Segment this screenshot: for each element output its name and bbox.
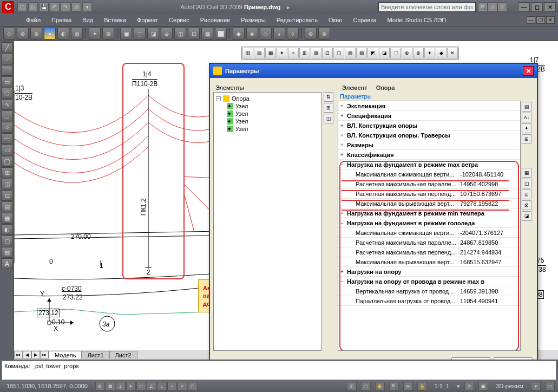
ft-16[interactable]: ⊗: [413, 48, 424, 58]
tool-7[interactable]: ✦: [89, 28, 101, 40]
block-tool[interactable]: ⊞: [1, 167, 13, 178]
tree-node-3[interactable]: ✦Узел: [227, 117, 319, 125]
ft-12[interactable]: ◩: [367, 48, 378, 58]
menu-file[interactable]: Файл: [22, 16, 45, 24]
undo-icon[interactable]: ↶: [50, 2, 60, 12]
dialog-close-button[interactable]: ✕: [523, 66, 534, 76]
prop-row[interactable]: Максимальная сжимающая верти...-102048.4…: [338, 169, 520, 179]
cancel-button[interactable]: Отмена: [494, 357, 533, 360]
mode[interactable]: 3D-режим: [493, 383, 527, 389]
doc-close[interactable]: ✕: [546, 16, 555, 24]
text-tool[interactable]: A: [1, 258, 13, 269]
tool-20[interactable]: ⬧: [273, 28, 285, 40]
pt-8[interactable]: ⊠: [522, 200, 531, 210]
command-line[interactable]: Команда: _pvl_tower_props: [2, 361, 556, 380]
block2-tool[interactable]: ◫: [1, 179, 13, 190]
tool-23[interactable]: ⊗: [318, 28, 330, 40]
tool-2[interactable]: ⊘: [17, 28, 29, 40]
ft-18[interactable]: ◆: [436, 48, 447, 58]
ortho-btn[interactable]: ⊥: [116, 382, 126, 390]
hatch2-tool[interactable]: ▦: [1, 213, 13, 224]
polar-btn[interactable]: ✦: [126, 382, 136, 390]
prop-group[interactable]: +Спецификация: [338, 111, 520, 121]
expand-icon[interactable]: +: [338, 113, 346, 119]
st-end1[interactable]: ▾: [531, 382, 541, 390]
circle-tool[interactable]: ○: [1, 122, 13, 133]
tool-3[interactable]: ⊗: [30, 28, 42, 40]
prop-value[interactable]: 168515.632947: [458, 258, 520, 266]
prop-value[interactable]: 107150.873697: [458, 190, 520, 198]
prop-group[interactable]: +Размеры: [338, 140, 520, 150]
osnap-btn[interactable]: ◻: [136, 382, 146, 390]
prop-row[interactable]: Максимальная вырывающая верт...79278.195…: [338, 199, 520, 208]
drawing-canvas[interactable]: 1|4 П110-2В 1|3 10-2B ПК1.2 270.00 2 1 0…: [14, 41, 558, 360]
menu-window[interactable]: Окно: [324, 16, 347, 24]
menu-help[interactable]: Справка: [349, 16, 380, 24]
tab-last[interactable]: ⏭: [40, 351, 49, 358]
ft-9[interactable]: ◫: [333, 48, 344, 58]
ft-13[interactable]: ◪: [379, 48, 390, 58]
properties-grid[interactable]: +Экспликация+Спецификация+ВЛ. Конструкци…: [338, 101, 521, 351]
open-icon[interactable]: ▷: [28, 2, 38, 12]
prop-value[interactable]: -204071.376127: [458, 229, 520, 237]
tool-9[interactable]: ▣: [120, 28, 132, 40]
layout-btn[interactable]: ▢: [361, 382, 371, 390]
ft-5[interactable]: ✧: [288, 48, 299, 58]
prop-value[interactable]: 11054.490941: [458, 297, 520, 305]
prop-row[interactable]: Расчетная максимальная перпенд...107150.…: [338, 189, 520, 199]
dialog-titlebar[interactable]: ⚡ Параметры ✕: [210, 64, 537, 78]
prop-group[interactable]: +Нагрузки на опору: [338, 267, 520, 277]
tool-4[interactable]: ●: [44, 28, 56, 40]
ft-close[interactable]: ✕: [447, 48, 458, 58]
search-input[interactable]: [378, 2, 476, 12]
qp-btn[interactable]: ▢: [188, 382, 198, 390]
tree-root[interactable]: − Опора: [216, 95, 319, 102]
menu-modelstudio[interactable]: Model Studio CS ЛЭП: [383, 16, 451, 24]
prop-row[interactable]: Параллельная нагрузка от провод...11054.…: [338, 296, 520, 306]
expand-icon[interactable]: −: [338, 162, 346, 167]
floating-toolbar[interactable]: ▥ ▤ ▦ ✦ ✧ ⊞ ⊠ ⊡ ◫ ▧ ▨ ◩ ◪ ⬚ ⊕ ⊗ ✦ ◆ ✕: [241, 47, 459, 60]
tab-next[interactable]: ▶: [31, 351, 40, 358]
pt-1[interactable]: ▤: [522, 102, 531, 112]
tool-18[interactable]: ◈: [246, 28, 258, 40]
prop-group[interactable]: +Экспликация: [338, 101, 520, 111]
line-tool[interactable]: ╱: [1, 42, 13, 53]
lwt-btn[interactable]: ≡: [178, 382, 187, 390]
menu-format[interactable]: Формат: [133, 16, 162, 24]
ft-10[interactable]: ▧: [345, 48, 356, 58]
zoom-btn[interactable]: 🔍: [389, 382, 399, 390]
prop-group[interactable]: −Нагрузки на опору от провода в режиме m…: [338, 277, 520, 286]
pan-btn[interactable]: ✋: [375, 382, 385, 390]
expand-icon[interactable]: −: [338, 220, 346, 226]
region-tool[interactable]: ◐: [1, 224, 13, 235]
prop-group[interactable]: +ВЛ. Конструкция опоры: [338, 121, 520, 130]
expand-icon[interactable]: +: [338, 211, 346, 216]
minimize-button[interactable]: —: [518, 2, 530, 12]
tool-8[interactable]: ⊞: [102, 28, 114, 40]
expand-icon[interactable]: +: [338, 142, 346, 148]
ft-7[interactable]: ⊠: [311, 48, 321, 58]
grid-btn[interactable]: ▦: [106, 382, 115, 390]
pt-4[interactable]: ⊞: [522, 134, 531, 144]
mid-2[interactable]: ⊞: [324, 103, 333, 113]
tool-22[interactable]: ⊕: [305, 28, 317, 40]
scale[interactable]: 1:1_1: [431, 383, 453, 389]
tool-13[interactable]: ◫: [174, 28, 186, 40]
lock-icon[interactable]: 🔒: [417, 382, 427, 390]
ft-11[interactable]: ▨: [356, 48, 367, 58]
menu-draw[interactable]: Рисование: [196, 16, 234, 24]
arc-tool[interactable]: ⌒: [1, 65, 13, 76]
menu-edit[interactable]: Правка: [47, 16, 76, 24]
tree-node-4[interactable]: ✦Узел: [227, 125, 319, 133]
menu-insert[interactable]: Вставка: [100, 16, 130, 24]
ellipse2-tool[interactable]: ◯: [1, 156, 13, 167]
tab-sheet1[interactable]: Лист1: [81, 351, 109, 359]
point-tool[interactable]: ⊡: [1, 190, 13, 201]
doc-minimize[interactable]: —: [527, 16, 535, 24]
annoscale-btn[interactable]: ⟳: [464, 382, 474, 390]
ft-1[interactable]: ▥: [242, 48, 253, 58]
pt-9[interactable]: ◪: [522, 211, 531, 221]
table-tool[interactable]: ▤: [1, 247, 13, 258]
save-icon[interactable]: 💾: [39, 2, 49, 12]
tree-node-2[interactable]: ✦Узел: [227, 110, 319, 117]
